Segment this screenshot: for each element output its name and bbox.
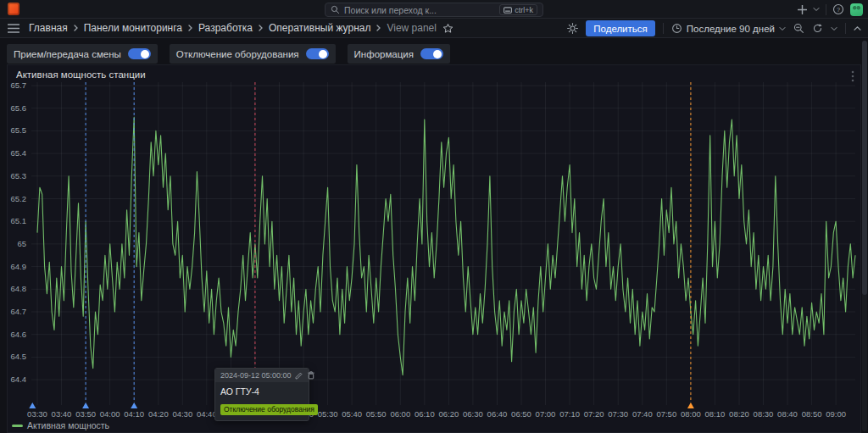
chevron-right-icon <box>74 25 78 31</box>
power-chart[interactable]: 65.765.665.565.465.365.265.16564.964.864… <box>8 65 860 432</box>
x-axis-tick-label: 07:30 <box>608 409 628 419</box>
refresh-icon <box>812 23 823 34</box>
x-axis-tick-label: 03:30 <box>27 409 47 419</box>
chevron-right-icon <box>259 25 263 31</box>
filter-shift-handover: Прием/передача смены <box>7 44 158 64</box>
x-axis-tick-label: 06:30 <box>463 409 483 419</box>
x-axis-tick-label: 03:50 <box>75 409 96 419</box>
filter-shift-handover-toggle[interactable] <box>128 48 151 59</box>
breadcrumb-view-panel: View panel <box>387 22 437 34</box>
x-axis-tick-label: 07:10 <box>559 409 580 419</box>
refresh-button[interactable] <box>812 23 823 34</box>
time-range-picker[interactable]: Последние 90 дней <box>671 23 786 34</box>
divider <box>663 23 664 34</box>
x-axis-tick-label: 05:40 <box>342 409 362 419</box>
filter-equipment-shutdown-toggle[interactable] <box>306 48 329 59</box>
y-axis-tick-label: 64.7 <box>11 307 27 316</box>
x-axis-tick-label: 06:50 <box>511 409 531 419</box>
search-shortcut-badge: ctrl+k <box>499 4 537 15</box>
breadcrumb-home[interactable]: Главная <box>29 22 68 34</box>
legend-series-color <box>12 425 23 427</box>
x-axis-tick-label: 08:40 <box>777 409 798 419</box>
annotation-marker-08:00[interactable] <box>687 402 694 408</box>
x-axis-tick-label: 05:30 <box>318 409 338 419</box>
y-axis-tick-label: 65.4 <box>11 148 27 158</box>
variable-filters: Прием/передача смены Отключение оборудов… <box>7 44 450 64</box>
legend-label: Активная мощность <box>27 420 109 430</box>
legend-item-active-power[interactable]: Активная мощность <box>12 420 109 430</box>
annotation-marker-03:28[interactable] <box>29 402 36 408</box>
x-axis-tick-label: 07:20 <box>584 409 604 419</box>
series-line-active-power <box>37 117 855 375</box>
x-axis-tick-label: 04:00 <box>100 409 120 419</box>
y-axis-tick-label: 65.7 <box>11 80 27 90</box>
annotation-tooltip-body: АО ГТУ-4 Отключение оборудования <box>215 382 309 420</box>
annotation-tag-badge[interactable]: Отключение оборудования <box>220 404 318 415</box>
x-axis-tick-label: 05:50 <box>366 409 387 419</box>
search-icon <box>331 5 340 14</box>
breadcrumb-toolbar: Главная Панели мониторинга Разработка Оп… <box>0 19 868 38</box>
top-navbar: Поиск или переход к... ctrl+k ? <box>0 0 868 19</box>
x-axis-tick-label: 04:10 <box>124 409 144 419</box>
breadcrumb-dashboard[interactable]: Оперативный журнал <box>269 22 370 34</box>
y-axis-tick-label: 65.5 <box>11 125 27 135</box>
help-icon: ? <box>832 3 844 15</box>
breadcrumb-folder[interactable]: Разработка <box>198 22 253 34</box>
x-axis-tick-label: 04:30 <box>172 409 192 419</box>
y-axis-tick-label: 65.6 <box>11 103 27 113</box>
x-axis-tick-label: 08:30 <box>754 409 774 419</box>
x-axis-tick-label: 07:50 <box>656 409 676 419</box>
y-axis-tick-label: 65.3 <box>11 171 27 180</box>
page-scrollbar <box>862 41 867 431</box>
chevron-down-icon <box>831 26 837 31</box>
gear-icon <box>567 23 578 34</box>
search-placeholder: Поиск или переход к... <box>344 5 495 15</box>
grafana-logo[interactable] <box>8 3 19 15</box>
x-axis-tick-label: 03:40 <box>52 409 72 419</box>
y-axis-tick-label: 65.1 <box>11 216 27 225</box>
panel-settings-button[interactable] <box>567 23 578 34</box>
breadcrumb-dashboards[interactable]: Панели мониторинга <box>84 22 182 34</box>
chevron-right-icon <box>188 25 192 31</box>
edit-annotation-icon[interactable] <box>295 371 303 380</box>
menu-hamburger-icon[interactable] <box>8 24 19 33</box>
x-axis-tick-label: 08:20 <box>729 409 749 419</box>
refresh-interval-caret[interactable] <box>831 26 837 31</box>
filter-information-toggle[interactable] <box>420 48 443 59</box>
annotation-marker-04:10[interactable] <box>131 402 137 408</box>
chevron-up-icon <box>854 25 861 31</box>
collapse-toolbar-button[interactable] <box>854 25 861 31</box>
x-axis-tick-label: 08:00 <box>681 409 701 419</box>
clock-icon <box>671 23 682 34</box>
add-caret-icon[interactable] <box>813 7 820 12</box>
chevron-down-icon <box>779 26 786 31</box>
x-axis-tick-label: 07:00 <box>536 409 556 419</box>
x-axis-tick-label: 04:20 <box>148 409 169 419</box>
add-button[interactable] <box>798 5 807 14</box>
delete-annotation-icon[interactable] <box>307 371 315 380</box>
y-axis-tick-label: 65 <box>17 239 26 248</box>
x-axis-tick-label: 06:10 <box>415 409 435 419</box>
breadcrumb: Главная Панели мониторинга Разработка Оп… <box>29 22 453 34</box>
filter-information: Информация <box>348 44 450 64</box>
scrollbar-thumb[interactable] <box>862 41 867 295</box>
share-button[interactable]: Поделиться <box>586 20 655 36</box>
y-axis-tick-label: 65.2 <box>11 194 27 203</box>
annotation-tooltip: 2024-09-12 05:00:00 АО ГТУ-4 Отключение … <box>214 368 309 421</box>
x-axis-tick-label: 08:50 <box>802 409 822 419</box>
annotation-title: АО ГТУ-4 <box>220 386 303 397</box>
user-avatar[interactable] <box>850 3 863 16</box>
svg-text:?: ? <box>837 6 840 14</box>
star-icon[interactable] <box>442 23 453 34</box>
x-axis-tick-label: 06:20 <box>439 409 459 419</box>
annotation-timestamp: 2024-09-12 05:00:00 <box>220 371 292 380</box>
time-range-label: Последние 90 дней <box>687 24 775 34</box>
search-input[interactable]: Поиск или переход к... ctrl+k <box>325 3 543 17</box>
help-button[interactable]: ? <box>832 3 844 15</box>
panel-active-power: Активная мощность станции 65.765.665.565… <box>7 64 861 433</box>
annotation-marker-03:50[interactable] <box>82 402 89 408</box>
keyboard-icon <box>504 7 512 14</box>
zoom-out-button[interactable] <box>793 23 804 34</box>
zoom-out-icon <box>793 23 804 34</box>
divider <box>845 23 846 34</box>
